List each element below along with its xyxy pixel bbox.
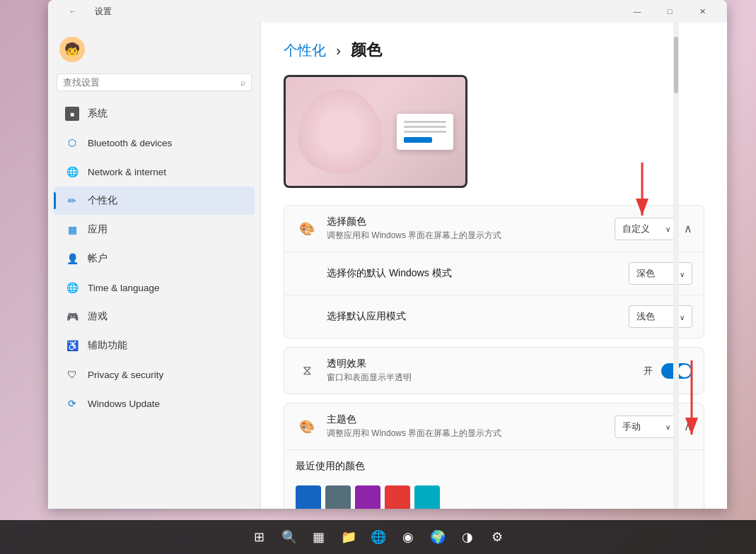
- personalization-icon: ✏: [65, 194, 79, 208]
- preview-container: [284, 75, 467, 188]
- sidebar-item-system[interactable]: ■ 系统: [54, 100, 255, 128]
- recent-colors-swatches: [284, 480, 704, 509]
- transparency-title: 透明效果: [327, 358, 644, 370]
- sidebar-item-label: Bluetooth & devices: [88, 138, 172, 148]
- search-box[interactable]: ⌕: [57, 73, 252, 91]
- sidebar-item-bluetooth[interactable]: ⬡ Bluetooth & devices: [54, 129, 255, 157]
- taskbar-settings[interactable]: ⚙: [484, 524, 510, 550]
- sidebar-item-privacy[interactable]: 🛡 Privacy & security: [54, 360, 255, 389]
- sidebar: 🧒 ⌕ ■ 系统 ⬡ Bluetooth & devices 🌐 Network…: [48, 23, 260, 509]
- sidebar-item-network[interactable]: 🌐 Network & internet: [54, 158, 255, 186]
- accent-color-dropdown[interactable]: 手动: [615, 416, 678, 438]
- sidebar-item-label: Windows Update: [88, 399, 160, 409]
- accent-color-value: 手动: [622, 420, 641, 433]
- recent-color-4[interactable]: [385, 485, 410, 509]
- accent-color-row: 🎨 主题色 调整应用和 Windows 界面在屏幕上的显示方式 手动 ∧: [284, 403, 704, 450]
- taskbar-task-view[interactable]: ▦: [306, 524, 332, 550]
- window-content: 🧒 ⌕ ■ 系统 ⬡ Bluetooth & devices 🌐 Network…: [48, 23, 727, 509]
- preview-border: [284, 75, 467, 188]
- dropdown-chevron-icon: [680, 269, 685, 279]
- windows-mode-title: 选择你的默认 Windows 模式: [327, 267, 629, 280]
- page-title: 个性化 › 颜色: [284, 40, 704, 61]
- taskbar-edge[interactable]: ◉: [395, 524, 421, 550]
- transparency-control: 开: [644, 363, 692, 379]
- scrollbar[interactable]: [673, 23, 679, 509]
- recent-color-3[interactable]: [355, 485, 380, 509]
- windows-mode-dropdown[interactable]: 深色: [629, 262, 692, 285]
- dropdown-chevron-icon: [680, 312, 685, 322]
- accessibility-icon: ♿: [65, 338, 79, 353]
- color-mode-section: 🎨 选择颜色 调整应用和 Windows 界面在屏幕上的显示方式 自定义 ∧: [284, 205, 704, 338]
- accent-color-icon: 🎨: [296, 416, 318, 438]
- window-title: 设置: [95, 6, 112, 18]
- breadcrumb-parent[interactable]: 个性化: [284, 42, 326, 58]
- app-mode-content: 选择默认应用模式: [327, 310, 629, 323]
- sidebar-item-gaming[interactable]: 🎮 游戏: [54, 302, 255, 331]
- accent-color-title: 主题色: [327, 413, 615, 426]
- windows-mode-row: 选择你的默认 Windows 模式 深色: [284, 252, 704, 295]
- transparency-section: ⧖ 透明效果 窗口和表面显示半透明 开: [284, 347, 704, 394]
- recent-color-5[interactable]: [414, 485, 440, 509]
- scrollbar-thumb[interactable]: [674, 37, 678, 93]
- recent-color-2[interactable]: [325, 485, 351, 509]
- taskbar-edge2[interactable]: 🌍: [425, 524, 450, 550]
- user-profile: 🧒: [48, 31, 260, 73]
- sidebar-item-apps[interactable]: ▦ 应用: [54, 216, 255, 244]
- accent-color-section: 🎨 主题色 调整应用和 Windows 界面在屏幕上的显示方式 手动 ∧: [284, 403, 704, 509]
- accounts-icon: 👤: [65, 252, 79, 266]
- color-mode-content: 选择颜色 调整应用和 Windows 界面在屏幕上的显示方式: [327, 216, 615, 242]
- transparency-row: ⧖ 透明效果 窗口和表面显示半透明 开: [284, 348, 704, 394]
- taskbar-search[interactable]: 🔍: [277, 524, 302, 550]
- sidebar-item-time[interactable]: 🌐 Time & language: [54, 273, 255, 302]
- windows-mode-icon: [296, 262, 318, 285]
- apps-icon: ▦: [65, 223, 79, 237]
- sidebar-item-label: Network & internet: [88, 167, 166, 177]
- color-mode-icon: 🎨: [296, 218, 318, 240]
- minimize-button[interactable]: —: [621, 0, 653, 23]
- close-button[interactable]: ✕: [686, 0, 719, 23]
- titlebar-controls: — □ ✕: [621, 0, 719, 23]
- breadcrumb-sep: ›: [336, 42, 341, 58]
- color-mode-desc: 调整应用和 Windows 界面在屏幕上的显示方式: [327, 230, 615, 242]
- taskbar-start[interactable]: ⊞: [247, 524, 272, 550]
- color-mode-title: 选择颜色: [327, 216, 615, 228]
- maximize-button[interactable]: □: [653, 0, 686, 23]
- sidebar-item-label: 系统: [88, 107, 107, 120]
- privacy-icon: 🛡: [65, 367, 79, 382]
- sidebar-item-label: 帐户: [88, 252, 107, 265]
- avatar: 🧒: [59, 37, 85, 62]
- transparency-desc: 窗口和表面显示半透明: [327, 372, 644, 384]
- sidebar-item-accessibility[interactable]: ♿ 辅助功能: [54, 331, 255, 360]
- color-mode-dropdown[interactable]: 自定义: [615, 218, 678, 240]
- breadcrumb-current: 颜色: [351, 41, 382, 59]
- sidebar-item-personalization[interactable]: ✏ 个性化: [54, 187, 255, 215]
- search-input[interactable]: [63, 77, 236, 88]
- taskbar-explorer[interactable]: 📁: [336, 524, 361, 550]
- bluetooth-icon: ⬡: [65, 136, 79, 150]
- app-mode-value: 浅色: [636, 310, 655, 323]
- titlebar-left: ← 设置: [57, 0, 112, 23]
- taskbar-chrome[interactable]: 🌐: [366, 524, 391, 550]
- sidebar-item-label: 辅助功能: [88, 339, 127, 352]
- color-mode-value: 自定义: [622, 223, 650, 235]
- recent-color-1[interactable]: [296, 485, 321, 509]
- taskbar-app1[interactable]: ◑: [455, 524, 480, 550]
- accent-color-control: 手动 ∧: [615, 416, 692, 438]
- sidebar-item-label: Privacy & security: [88, 370, 163, 380]
- expand-icon[interactable]: ∧: [684, 222, 692, 235]
- color-mode-control: 自定义 ∧: [615, 218, 692, 240]
- search-icon: ⌕: [240, 78, 245, 88]
- sidebar-item-update[interactable]: ⟳ Windows Update: [54, 389, 255, 418]
- recent-colors-title: 最近使用的颜色: [284, 450, 704, 473]
- app-mode-dropdown[interactable]: 浅色: [629, 305, 692, 328]
- main-content: 个性化 › 颜色: [260, 23, 727, 509]
- expand-accent-icon[interactable]: ∧: [684, 420, 692, 433]
- sidebar-item-label: Time & language: [88, 283, 160, 293]
- sidebar-item-accounts[interactable]: 👤 帐户: [54, 244, 255, 273]
- sidebar-item-label: 游戏: [88, 310, 107, 323]
- back-button[interactable]: ←: [57, 0, 89, 23]
- settings-window: ← 设置 — □ ✕ 🧒 ⌕ ■ 系统 ⬡ Blu: [48, 0, 727, 509]
- transparency-label: 开: [644, 365, 653, 377]
- windows-mode-value: 深色: [636, 267, 655, 280]
- accent-color-content: 主题色 调整应用和 Windows 界面在屏幕上的显示方式: [327, 413, 615, 440]
